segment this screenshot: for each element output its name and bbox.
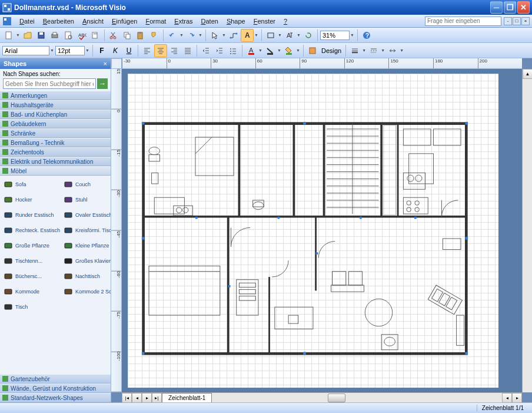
fontcolor-dropdown[interactable]: ▼ — [258, 48, 263, 52]
help-button[interactable]: ? — [360, 29, 373, 42]
stencil-bar[interactable]: Wände, Gerüst und Konstruktion — [0, 384, 111, 393]
font-size-input[interactable] — [55, 46, 85, 55]
save-button[interactable] — [35, 29, 48, 42]
help-search-input[interactable] — [425, 16, 501, 26]
shape-item[interactable]: Tisch — [2, 300, 61, 314]
shape-item[interactable]: Kommode 2 Schubl. — [62, 285, 111, 299]
linecolor-dropdown[interactable]: ▼ — [277, 48, 282, 52]
line-color-button[interactable] — [264, 44, 277, 57]
stencil-bar[interactable]: Gartenzubehör — [0, 374, 111, 384]
mdi-restore-button[interactable]: □ — [513, 17, 521, 25]
lineweight-dropdown[interactable]: ▼ — [362, 48, 367, 52]
print-button[interactable] — [48, 29, 61, 42]
shape-item[interactable]: Tischtenn... — [2, 254, 61, 268]
rectangle-tool-button[interactable] — [264, 29, 277, 42]
shape-dropdown[interactable]: ▼ — [278, 33, 282, 37]
text-block-button[interactable]: A — [283, 29, 296, 42]
underline-button[interactable]: U — [122, 44, 135, 57]
pointer-tool-button[interactable] — [208, 29, 221, 42]
align-justify-button[interactable] — [181, 44, 194, 57]
shape-item[interactable]: Großes Klavier — [62, 254, 111, 268]
first-page-button[interactable]: |◂ — [122, 393, 132, 403]
shape-item[interactable]: Kommode — [2, 285, 61, 299]
connector-tool-button[interactable] — [227, 29, 240, 42]
new-dropdown[interactable]: ▼ — [16, 33, 21, 37]
decrease-indent-button[interactable] — [200, 44, 212, 57]
fontname-dropdown[interactable]: ▼ — [50, 48, 55, 52]
lineends-dropdown[interactable]: ▼ — [400, 48, 404, 52]
mdi-minimize-button[interactable]: - — [504, 17, 512, 25]
align-left-button[interactable] — [141, 44, 154, 57]
menu-fenster[interactable]: Fenster — [250, 16, 280, 26]
shape-item[interactable]: Hocker — [2, 193, 61, 207]
line-pattern-button[interactable] — [367, 44, 380, 57]
stencil-bar[interactable]: Haushaltsgeräte — [0, 100, 111, 110]
redo-dropdown[interactable]: ▼ — [198, 33, 203, 37]
bullets-button[interactable] — [227, 44, 240, 57]
shapes-search-go-button[interactable]: → — [97, 78, 108, 89]
copy-button[interactable] — [121, 29, 134, 42]
menu-einfügen[interactable]: Einfügen — [108, 16, 141, 26]
bold-button[interactable]: F — [95, 44, 108, 57]
shape-item[interactable]: Sofa — [2, 177, 61, 191]
shape-item[interactable]: Kleine Pflanze — [62, 239, 111, 253]
line-weight-button[interactable] — [348, 44, 361, 57]
zoom-dropdown[interactable]: ▼ — [350, 33, 355, 37]
fillcolor-dropdown[interactable]: ▼ — [296, 48, 301, 52]
shape-item[interactable]: Stuhl — [62, 193, 111, 207]
redo-button[interactable] — [185, 29, 198, 42]
research-button[interactable] — [89, 29, 102, 42]
increase-indent-button[interactable] — [213, 44, 226, 57]
menu-ansicht[interactable]: Ansicht — [78, 16, 108, 26]
menu-bearbeiten[interactable]: Bearbeiten — [39, 16, 78, 26]
floorplan-drawing[interactable] — [141, 121, 469, 356]
minimize-button[interactable]: ─ — [490, 1, 503, 14]
pointer-dropdown[interactable]: ▼ — [222, 33, 227, 37]
close-button[interactable]: ✕ — [517, 1, 530, 14]
stencil-bar[interactable]: Schränke — [0, 128, 111, 138]
scroll-up-button[interactable]: ▲ — [523, 69, 532, 79]
new-button[interactable] — [2, 29, 15, 42]
italic-button[interactable]: K — [109, 44, 122, 57]
drawing-canvas[interactable] — [122, 69, 522, 392]
cut-button[interactable] — [107, 29, 120, 42]
paste-button[interactable] — [134, 29, 147, 42]
last-page-button[interactable]: ▸| — [152, 393, 162, 403]
shape-item[interactable]: Nachttisch — [62, 269, 111, 283]
text-tool-button[interactable]: A — [241, 29, 254, 42]
fontsize-dropdown[interactable]: ▼ — [85, 48, 90, 52]
stencil-bar[interactable]: Bemaßung - Technik — [0, 138, 111, 147]
horizontal-scrollbar[interactable] — [212, 393, 502, 402]
shape-item[interactable]: Rechteck. Esstisch — [2, 223, 61, 237]
scroll-right-button[interactable]: ▸ — [512, 393, 522, 403]
shape-item[interactable]: Ovaler Esstisch — [62, 208, 111, 222]
align-center-button[interactable] — [154, 44, 167, 57]
stencil-bar[interactable]: Zeichentools — [0, 147, 111, 157]
stencil-bar[interactable]: Elektrik und Telekommunikation — [0, 157, 111, 166]
design-label[interactable]: Design — [320, 47, 343, 54]
shape-item[interactable]: Kreisförmi. Tisch — [62, 223, 111, 237]
ruler-corner[interactable] — [111, 58, 122, 69]
stencil-bar[interactable]: Möbel — [0, 166, 111, 176]
shapes-panel-close-button[interactable]: × — [104, 60, 107, 67]
undo-dropdown[interactable]: ▼ — [179, 33, 184, 37]
shape-item[interactable]: Couch — [62, 177, 111, 191]
stencil-bar[interactable]: Standard-Netzwerk-Shapes — [0, 393, 111, 402]
scroll-left-button[interactable]: ◂ — [502, 393, 512, 403]
open-button[interactable] — [21, 29, 34, 42]
page-tab[interactable]: Zeichenblatt-1 — [162, 393, 212, 402]
vertical-ruler[interactable]: 150-15-30-45-60-75-100 — [111, 69, 122, 392]
linepattern-dropdown[interactable]: ▼ — [381, 48, 385, 52]
font-color-button[interactable]: A — [245, 44, 258, 57]
shape-item[interactable]: Runder Esstisch — [2, 208, 61, 222]
shapes-search-input[interactable] — [3, 78, 96, 89]
prev-page-button[interactable]: ◂ — [132, 393, 142, 403]
textblock-dropdown[interactable]: ▼ — [297, 33, 301, 37]
align-right-button[interactable] — [168, 44, 181, 57]
horizontal-ruler[interactable]: -300306090120150180200 — [122, 58, 522, 69]
menu-extras[interactable]: Extras — [170, 16, 197, 26]
undo-button[interactable] — [166, 29, 179, 42]
vertical-scrollbar[interactable]: ▲ — [522, 69, 532, 392]
stencil-bar[interactable]: Gebäudekern — [0, 119, 111, 128]
menu-format[interactable]: Format — [141, 16, 170, 26]
